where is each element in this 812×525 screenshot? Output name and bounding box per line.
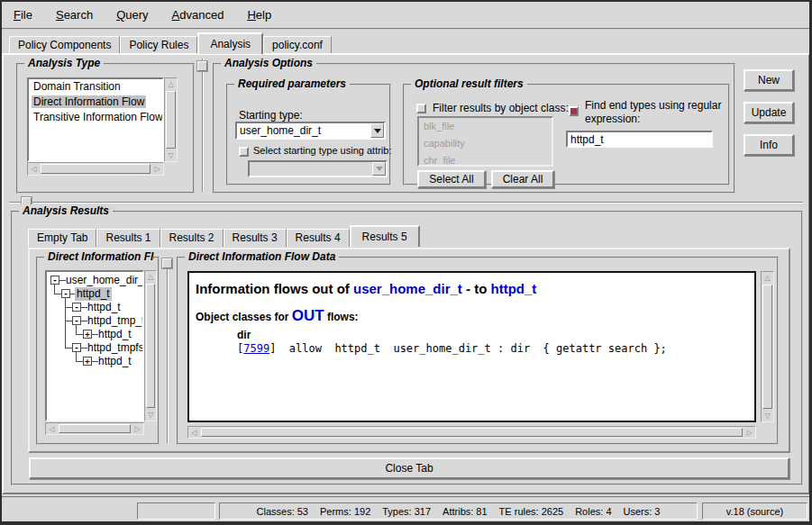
object-class-checkbox[interactable] xyxy=(416,104,426,113)
analysis-type-list[interactable]: Domain Transition Direct Information Flo… xyxy=(27,77,164,162)
scroll-right-icon[interactable]: ▷ xyxy=(744,427,755,438)
menu-query[interactable]: Query xyxy=(112,6,152,23)
tab-empty-tab[interactable]: Empty Tab xyxy=(28,229,96,247)
menu-search[interactable]: Search xyxy=(51,6,97,23)
scroll-left-icon[interactable]: ◁ xyxy=(188,427,200,438)
attrib-value xyxy=(250,162,372,176)
tree-node-label[interactable]: httpd_t xyxy=(86,301,123,314)
select-all-button[interactable]: Select All xyxy=(417,170,486,188)
object-class-checkbox-label: Filter results by object class: xyxy=(433,102,569,114)
tree-expand-toggle[interactable]: - xyxy=(72,343,81,352)
scroll-up-icon[interactable]: △ xyxy=(762,272,773,284)
scroll-left-icon[interactable]: ◁ xyxy=(46,423,58,434)
pane-sash-vertical[interactable] xyxy=(202,59,204,192)
tab-results-4[interactable]: Results 4 xyxy=(287,229,350,247)
scroll-up-icon[interactable]: △ xyxy=(165,78,177,90)
tree-expand-toggle[interactable]: + xyxy=(83,357,92,366)
flow-data-text[interactable]: Information flows out of user_home_dir_t… xyxy=(187,271,756,422)
tab-results-1[interactable]: Results 1 xyxy=(96,229,160,247)
sash-handle[interactable] xyxy=(197,61,207,71)
scroll-left-icon[interactable]: ◁ xyxy=(28,163,40,175)
tab-results-5[interactable]: Results 5 xyxy=(350,225,420,247)
tab-policy-conf[interactable]: policy.conf xyxy=(263,36,332,54)
tree-expand-toggle[interactable]: - xyxy=(50,276,59,285)
tree-node-label[interactable]: httpd_tmpfs_t xyxy=(86,341,144,355)
flow-data-title: Direct Information Flow Data xyxy=(185,250,339,263)
regex-checkbox-label-line1: Find end types using regular xyxy=(585,99,721,112)
list-item[interactable]: Domain Transition xyxy=(29,79,162,95)
tree-expand-toggle[interactable]: - xyxy=(72,316,81,325)
scroll-right-icon[interactable]: ▷ xyxy=(132,423,143,434)
tree-node-label[interactable]: httpd_t xyxy=(96,328,133,341)
object-class-list: blk_file capability chr_file xyxy=(417,116,553,167)
object-class-name: dir xyxy=(237,329,754,341)
horizontal-scrollbar[interactable]: ◁▷ xyxy=(187,426,756,439)
regex-input[interactable]: httpd_t xyxy=(566,131,713,148)
menu-file[interactable]: File xyxy=(9,6,37,23)
update-button[interactable]: Update xyxy=(744,102,794,123)
flow-tree[interactable]: - user_home_dir_t - httpd_t - httpd_t - xyxy=(45,270,144,421)
status-panel-empty xyxy=(137,502,215,520)
status-bar: Classes: 53 Perms: 192 Types: 317 Attrib… xyxy=(2,496,810,521)
pane-sash-horizontal[interactable] xyxy=(9,202,803,204)
vertical-scrollbar[interactable]: △▽ xyxy=(761,271,774,422)
tree-expand-toggle[interactable]: - xyxy=(61,289,70,298)
tab-results-2[interactable]: Results 2 xyxy=(160,229,224,247)
tree-node-label[interactable]: httpd_tmp_t xyxy=(86,314,144,328)
scroll-right-icon[interactable]: ▷ xyxy=(151,163,163,175)
horizontal-scrollbar[interactable]: ◁▷ xyxy=(45,422,144,435)
starting-type-combobox[interactable]: user_home_dir_t xyxy=(235,122,386,140)
regex-checkbox[interactable] xyxy=(569,106,579,116)
scrollbar-thumb[interactable] xyxy=(41,164,151,174)
new-button[interactable]: New xyxy=(744,69,794,91)
scrollbar-thumb[interactable] xyxy=(762,285,772,409)
pane-sash-vertical[interactable] xyxy=(167,258,169,443)
policy-version: v.18 (source) xyxy=(726,506,783,517)
scrollbar-thumb[interactable] xyxy=(146,284,155,408)
scroll-up-icon[interactable]: △ xyxy=(145,271,156,283)
scrollbar-thumb[interactable] xyxy=(59,424,131,433)
tree-node-label[interactable]: httpd_t xyxy=(96,355,133,368)
status-classes: Classes: 53 xyxy=(257,506,308,517)
tab-policy-rules[interactable]: Policy Rules xyxy=(120,36,197,54)
status-panel-version: v.18 (source) xyxy=(702,502,807,520)
scroll-down-icon[interactable]: ▽ xyxy=(762,410,773,421)
tree-expand-toggle[interactable]: + xyxy=(83,330,92,339)
vertical-scrollbar[interactable]: △▽ xyxy=(144,270,157,421)
vertical-scrollbar[interactable]: △▽ xyxy=(164,77,178,162)
scroll-down-icon[interactable]: ▽ xyxy=(145,409,156,421)
close-tab-button[interactable]: Close Tab xyxy=(29,457,789,479)
list-item: capability xyxy=(419,135,552,152)
required-parameters-title: Required parameters xyxy=(234,77,350,90)
scrollbar-thumb[interactable] xyxy=(166,91,176,149)
info-button[interactable]: Info xyxy=(744,134,794,156)
tab-policy-components[interactable]: Policy Components xyxy=(9,36,120,54)
attrib-combobox xyxy=(248,160,388,177)
menu-help[interactable]: Help xyxy=(242,6,276,23)
flow-heading: Information flows out of user_home_dir_t… xyxy=(196,281,754,296)
tab-results-3[interactable]: Results 3 xyxy=(224,229,287,247)
list-item[interactable]: Transitive Information Flow xyxy=(29,110,162,125)
clear-all-button[interactable]: Clear All xyxy=(491,170,554,188)
scroll-down-icon[interactable]: ▽ xyxy=(165,149,177,161)
analysis-results-group: Analysis Results Empty Tab Results 1 Res… xyxy=(11,211,803,485)
flow-data-group: Direct Information Flow Data Information… xyxy=(177,257,779,445)
list-item: chr_file xyxy=(419,152,552,167)
starting-type-label: Starting type: xyxy=(239,109,303,122)
analysis-options-title: Analysis Options xyxy=(221,57,316,69)
horizontal-scrollbar[interactable]: ◁▷ xyxy=(27,162,164,176)
dropdown-arrow-icon[interactable] xyxy=(370,123,384,138)
tree-expand-toggle[interactable]: - xyxy=(72,303,81,312)
rule-number-link[interactable]: 7599 xyxy=(243,342,269,355)
attrib-checkbox[interactable] xyxy=(239,147,249,157)
list-item: blk_file xyxy=(419,118,552,135)
tree-node-label[interactable]: user_home_dir_t xyxy=(64,274,144,287)
menu-advanced[interactable]: Advanced xyxy=(168,6,229,23)
scrollbar-thumb[interactable] xyxy=(201,428,743,437)
sash-handle[interactable] xyxy=(162,258,172,268)
main-tab-bar: Policy Components Policy Rules Analysis … xyxy=(9,32,332,54)
tree-node-label-selected[interactable]: httpd_t xyxy=(75,287,112,301)
list-item-selected[interactable]: Direct Information Flow xyxy=(29,95,162,110)
tab-analysis[interactable]: Analysis xyxy=(197,32,263,54)
dropdown-arrow-icon xyxy=(372,162,386,176)
